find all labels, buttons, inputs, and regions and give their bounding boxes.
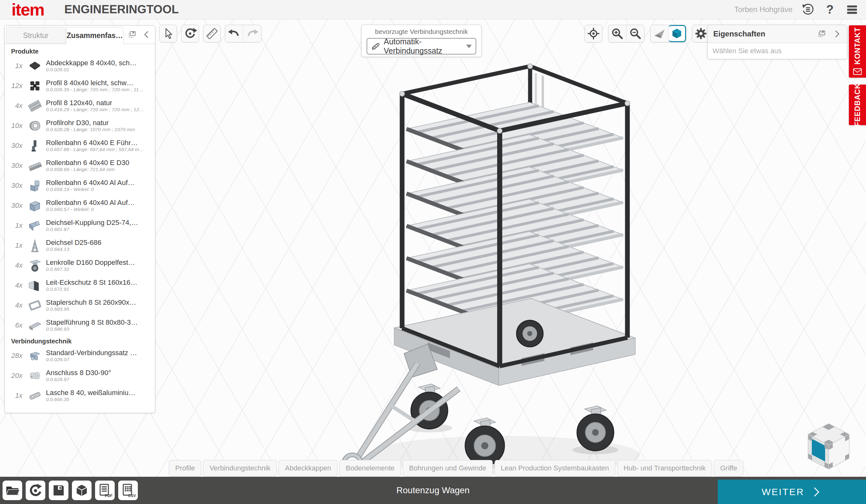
category-tab[interactable]: Profile (169, 460, 201, 477)
parts-list-item[interactable]: 30x Rollenbahn 6 40x40 E Führ… 0.0.657.8… (5, 136, 155, 156)
parts-list-item[interactable]: 30x Rollenbahn 6 40x40 Al Auf… 0.0.659.1… (5, 176, 155, 195)
parts-list-item[interactable]: 4x Leit-Eckschutz 8 St 160x16… 0.0.672.9… (5, 275, 155, 295)
parts-list: Produkte 1x Abdeckkappe 8 40x40, sch… 0.… (5, 44, 155, 413)
kontakt-tab[interactable]: KONTAKT (849, 25, 866, 78)
parts-list-item[interactable]: 1x Deichsel-Kupplung D25-74,… 0.0.661.87 (5, 215, 155, 235)
measure-tool-button[interactable] (203, 25, 221, 43)
undo-icon (227, 26, 241, 41)
rotate-icon (183, 26, 197, 41)
parts-list-item[interactable]: 30x Rollenbahn 6 40x40 E D30 0.0.658.69 … (5, 156, 155, 176)
orientation-cube[interactable] (802, 419, 856, 474)
connection-selector-card: bevorzugte Verbindungstechnik Automatik-… (361, 25, 482, 57)
parts-list-item[interactable]: 1x Abdeckkappe 8 40x40, sch… 0.0.026.01 (5, 56, 155, 76)
category-tab[interactable]: Griffe (714, 460, 743, 477)
cart-3d-model[interactable] (333, 57, 665, 479)
detach-panel-icon[interactable] (817, 29, 827, 39)
redo-button[interactable] (243, 25, 261, 42)
category-tab[interactable]: Bodenelemente (340, 460, 401, 477)
svg-text:CSV: CSV (128, 494, 136, 498)
screw-icon (370, 40, 382, 52)
zoom-out-icon (628, 26, 642, 41)
category-tab[interactable]: Lean Production Systembaukasten (495, 460, 615, 477)
part-name: Rollenbahn 6 40x40 E Führ… (46, 139, 155, 147)
part-name: Rollenbahn 6 40x40 E D30 (46, 159, 155, 167)
part-thumbnail (27, 79, 42, 93)
menu-button[interactable] (845, 2, 859, 16)
center-view-button[interactable] (585, 25, 602, 43)
part-subtitle: 0.0.658.69 - Länge: 721,64 mm (46, 167, 155, 173)
next-button[interactable]: WEITER (718, 480, 866, 504)
part-subtitle: 0.0.026.07 (46, 357, 155, 363)
feedback-tab[interactable]: FEEDBACK (849, 85, 866, 125)
parts-list-item[interactable]: 4x Staplerschuh 8 St 260x90x… 0.0.683.95 (5, 295, 155, 315)
undo-button[interactable] (225, 25, 243, 42)
export-pdf-button[interactable]: PDF (95, 481, 115, 500)
parts-list-item[interactable]: 30x Rollenbahn 6 40x40 Al Auf… 0.0.660.5… (5, 195, 155, 215)
tab-zusammenfassung[interactable]: Zusammenfas… (66, 27, 124, 44)
cube-icon (74, 483, 89, 498)
part-name: Standard-Verbindungssatz … (46, 349, 155, 357)
parts-list-item[interactable]: 4x Profil 8 120x40, natur 0.0.416.29 - L… (5, 96, 155, 116)
parts-list-item[interactable]: 28x Standard-Verbindungssatz … 0.0.026.0… (5, 346, 155, 366)
help-button[interactable]: ? (823, 2, 837, 16)
part-subtitle: 0.0.672.91 (46, 287, 155, 292)
parts-list-item[interactable]: 4x Lenkrolle D160 Doppelfest… 0.0.667.32 (5, 255, 155, 275)
part-subtitle: 0.0.657.88 - Länge: 597,64 mm ; 597,64 m… (46, 147, 155, 153)
rotate-tool-button[interactable] (181, 25, 199, 43)
zoom-out-button[interactable] (626, 25, 644, 42)
solid-cube-icon (670, 26, 684, 41)
parts-list-item[interactable]: 10x Profilrohr D30, natur 0.0.628.28 - L… (5, 116, 155, 136)
category-tab[interactable]: Abdeckkappen (278, 460, 337, 477)
parts-list-item[interactable]: 1x Lasche 8 40, weißaluminiu… 0.0.666.35 (5, 385, 155, 405)
parts-list-item[interactable]: 1x Deichsel D25-686 0.0.664.13 (5, 235, 155, 255)
part-quantity: 1x (5, 62, 22, 70)
history-icon (801, 2, 815, 16)
export-3d-button[interactable] (72, 481, 91, 500)
connection-type-select[interactable]: Automatik-Verbindungssatz (367, 38, 476, 55)
part-quantity: 4x (5, 261, 22, 270)
category-tab[interactable]: Hub- und Transporttechnik (617, 460, 712, 477)
feedback-label: FEEDBACK (853, 83, 862, 126)
envelope-icon (853, 67, 862, 76)
open-project-button[interactable] (2, 481, 22, 500)
part-thumbnail (27, 99, 42, 113)
category-tab[interactable]: Bohrungen und Gewinde (403, 460, 492, 477)
parts-list-item[interactable]: 6x Stapelführung 8 St 80x80-3… 0.0.686.9… (5, 315, 155, 335)
properties-panel: Eigenschaften Wählen Sie etwas aus (707, 25, 847, 59)
part-thumbnail (27, 258, 42, 273)
part-name: Profilrohr D30, natur (46, 119, 155, 127)
expand-panel-icon[interactable] (832, 29, 842, 39)
part-quantity: 1x (5, 392, 22, 400)
next-button-label: WEITER (762, 486, 804, 497)
bottom-bar: PDF CSV Routenzug Wagen WEITER (0, 477, 866, 504)
collapse-panel-icon[interactable] (142, 30, 152, 40)
csv-icon: CSV (120, 483, 136, 498)
floppy-icon (51, 483, 66, 498)
detach-panel-icon[interactable] (127, 30, 137, 40)
select-tool-button[interactable] (159, 25, 177, 43)
category-tabs: Profile Verbindungstechnik Abdeckkappen … (169, 460, 743, 477)
parts-list-item[interactable]: 20x Anschluss 8 D30-90° 0.0.629.97 (5, 366, 155, 385)
part-thumbnail (27, 278, 42, 293)
folder-open-icon (5, 483, 20, 498)
properties-body: Wählen Sie etwas aus (708, 43, 847, 59)
part-thumbnail (27, 368, 42, 383)
chevron-right-icon (811, 486, 822, 498)
export-csv-button[interactable]: CSV (118, 481, 138, 500)
save-button[interactable] (49, 481, 68, 500)
zoom-in-button[interactable] (608, 25, 626, 42)
tab-struktur[interactable]: Struktur (6, 27, 66, 43)
part-quantity: 30x (5, 161, 22, 170)
part-name: Staplerschuh 8 St 260x90x… (46, 299, 155, 306)
parts-list-item[interactable]: 12x Profil 8 40x40 leicht, schw… 0.0.026… (5, 76, 155, 96)
part-name: Leit-Eckschutz 8 St 160x16… (46, 278, 155, 287)
view-mode-perspective-button[interactable] (651, 25, 668, 42)
view-mode-solid-button[interactable] (668, 25, 686, 42)
hamburger-icon (845, 2, 859, 16)
part-thumbnail (27, 218, 42, 233)
reset-button[interactable] (26, 481, 45, 500)
session-history-button[interactable] (801, 2, 815, 16)
category-tab[interactable]: Verbindungstechnik (203, 460, 277, 477)
part-subtitle: 0.0.629.97 (46, 377, 155, 383)
part-thumbnail (27, 238, 42, 253)
